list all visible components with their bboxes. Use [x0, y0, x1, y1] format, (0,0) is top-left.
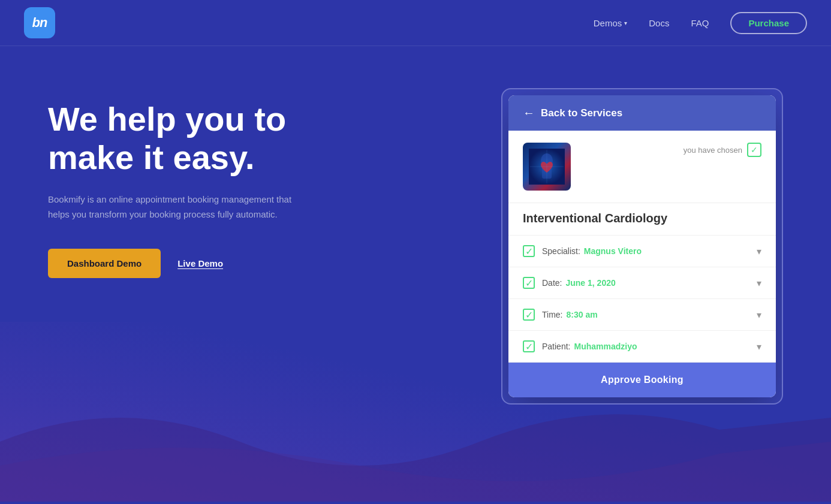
card-header-title: Back to Services [541, 107, 622, 119]
specialist-label: Specialist: [542, 246, 580, 256]
date-chevron-icon: ▾ [757, 277, 761, 289]
cardiology-illustration [529, 149, 565, 185]
specialist-value: Magnus Vitero [584, 246, 642, 256]
time-check-icon: ✓ [523, 309, 535, 321]
patient-row[interactable]: ✓ Patient: Muhammadziyo ▾ [508, 331, 776, 363]
service-block: you have chosen ✓ [508, 131, 776, 203]
patient-check-icon: ✓ [523, 340, 535, 352]
nav-demos[interactable]: Demos ▾ [594, 18, 628, 28]
live-demo-button[interactable]: Live Demo [177, 258, 223, 268]
service-chosen-badge: you have chosen ✓ [684, 143, 761, 157]
patient-value: Muhammadziyo [574, 342, 637, 351]
logo-text: bn [32, 15, 47, 31]
time-row[interactable]: ✓ Time: 8:30 am ▾ [508, 299, 776, 331]
hero-title: We help you to make it easy. [48, 100, 372, 177]
service-image [523, 143, 571, 191]
patient-label: Patient: [542, 342, 570, 351]
date-value: June 1, 2020 [565, 278, 615, 288]
patient-chevron-icon: ▾ [757, 341, 761, 352]
specialist-row[interactable]: ✓ Specialist: Magnus Vitero ▾ [508, 236, 776, 267]
chosen-check-icon: ✓ [747, 143, 761, 157]
back-arrow-icon[interactable]: ← [523, 106, 535, 120]
card-header: ← Back to Services [508, 95, 776, 131]
dashboard-demo-button[interactable]: Dashboard Demo [48, 249, 161, 278]
chosen-label: you have chosen [684, 146, 742, 155]
booking-card: ← Back to Services [508, 95, 776, 397]
nav-faq[interactable]: FAQ [691, 18, 709, 28]
service-name: Interventional Cardiology [508, 203, 776, 236]
time-value: 8:30 am [566, 310, 597, 319]
specialist-check-icon: ✓ [523, 245, 535, 257]
time-chevron-icon: ▾ [757, 309, 761, 321]
date-check-icon: ✓ [523, 277, 535, 289]
navigation: bn Demos ▾ Docs FAQ Purchase [0, 0, 831, 46]
date-label: Date: [542, 278, 562, 288]
purchase-button[interactable]: Purchase [730, 12, 807, 34]
chevron-down-icon: ▾ [624, 20, 627, 26]
booking-card-area: ← Back to Services [501, 88, 783, 405]
nav-docs[interactable]: Docs [649, 18, 669, 28]
time-label: Time: [542, 310, 562, 319]
card-container: ← Back to Services [501, 88, 783, 405]
hero-description: Bookmify is an online appointment bookin… [48, 192, 312, 222]
hero-section: We help you to make it easy. Bookmify is… [0, 46, 831, 502]
nav-links: Demos ▾ Docs FAQ Purchase [594, 12, 807, 34]
approve-booking-button[interactable]: Approve Booking [508, 363, 776, 397]
date-row[interactable]: ✓ Date: June 1, 2020 ▾ [508, 267, 776, 299]
hero-content: We help you to make it easy. Bookmify is… [48, 88, 372, 278]
hero-buttons: Dashboard Demo Live Demo [48, 249, 372, 278]
specialist-chevron-icon: ▾ [757, 246, 761, 257]
logo[interactable]: bn [24, 7, 55, 38]
